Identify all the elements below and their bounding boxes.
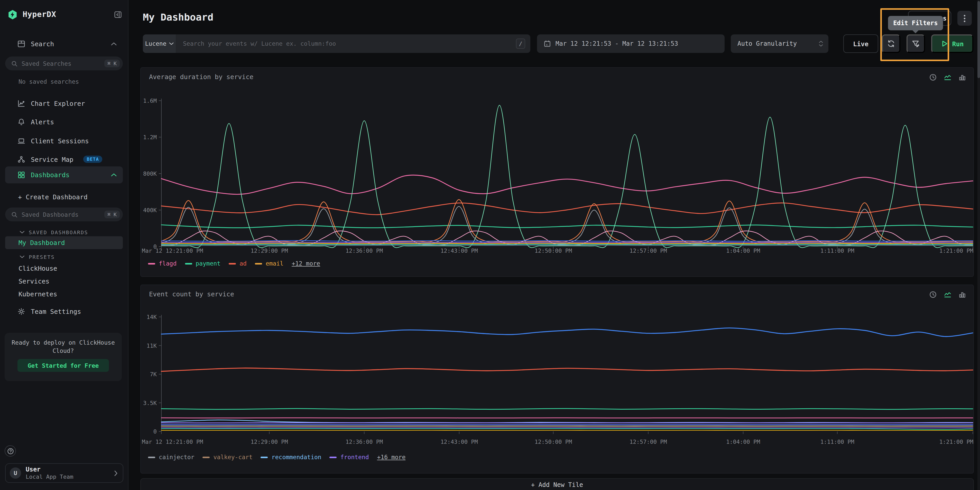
scrollbar[interactable]: [977, 0, 980, 490]
legend-item[interactable]: payment: [185, 260, 220, 267]
app-root: HyperDX Search Saved Searches ⌘ K No sav…: [0, 0, 980, 490]
kbd-shortcut: ⌘ K: [104, 60, 120, 67]
saved-dashboard-item-my-dashboard[interactable]: My Dashboard: [5, 236, 123, 249]
saved-searches-input[interactable]: Saved Searches ⌘ K: [5, 57, 123, 70]
sidebar-item-client-sessions[interactable]: Client Sessions: [5, 133, 123, 148]
page-title: My Dashboard: [143, 11, 213, 22]
bar-chart-icon[interactable]: [958, 73, 966, 81]
chart-explorer-icon: [18, 99, 25, 107]
saved-searches-placeholder: Saved Searches: [22, 60, 72, 67]
series-top-blue: [161, 328, 973, 336]
legend-label: flagd: [159, 260, 177, 267]
line-chart[interactable]: 0400K800K1.2M1.6MMar 12 12:21:00 PM12:29…: [141, 96, 974, 262]
sidebar-item-label: Client Sessions: [31, 137, 89, 144]
slash-kbd: /: [516, 38, 525, 49]
refresh-icon: [887, 40, 895, 48]
sidebar-item-label: Team Settings: [31, 308, 81, 315]
cloud-card-text-line2: Cloud?: [10, 347, 117, 355]
legend-item[interactable]: cainjector: [148, 454, 194, 461]
section-presets[interactable]: PRESETS: [5, 253, 123, 261]
legend-swatch: [148, 263, 155, 264]
y-axis-tick-label: 11K: [146, 343, 157, 349]
legend-swatch: [148, 456, 155, 458]
search-section-icon: [18, 40, 25, 48]
series-flat-slate: [161, 245, 973, 246]
sidebar-item-label: Service Map: [31, 155, 73, 163]
y-axis-tick-label: 0: [153, 428, 157, 435]
legend-label: ad: [239, 260, 247, 267]
legend-item[interactable]: valkey-cart: [203, 454, 253, 461]
hyperdx-logo-icon: [7, 9, 18, 20]
legend-item[interactable]: email: [255, 260, 283, 267]
refresh-button[interactable]: [882, 35, 900, 53]
legend-label: recommendation: [272, 454, 321, 461]
x-axis-tick-label: 1:04:00 PM: [726, 247, 760, 254]
x-axis-tick-label: 12:57:00 PM: [630, 247, 667, 254]
sidebar-item-team-settings[interactable]: Team Settings: [5, 304, 123, 319]
clock-icon[interactable]: [929, 291, 937, 298]
clock-icon[interactable]: [929, 73, 937, 81]
legend-item[interactable]: flagd: [148, 260, 177, 267]
search-icon: [11, 60, 18, 67]
edit-filters-button[interactable]: [907, 35, 925, 53]
line-chart[interactable]: 03.5K7K11K14KMar 12 12:21:00 PM12:29:00 …: [141, 311, 974, 450]
run-button[interactable]: Run: [931, 35, 973, 53]
preset-item-services[interactable]: Services: [5, 275, 123, 287]
legend-item[interactable]: ad: [229, 260, 247, 267]
add-new-tile-button[interactable]: + Add New Tile: [140, 478, 974, 490]
x-axis-tick-label: 12:50:00 PM: [535, 247, 572, 254]
legend-item[interactable]: recommendation: [261, 454, 321, 461]
bar-chart-icon[interactable]: [958, 291, 966, 298]
sidebar-item-alerts[interactable]: Alerts: [5, 114, 123, 129]
cloud-card-text-line1: Ready to deploy on ClickHouse: [10, 338, 117, 347]
scrollbar-thumb[interactable]: [977, 1, 980, 78]
play-icon: [941, 40, 948, 47]
time-range-value: Mar 12 12:21:53 - Mar 12 13:21:53: [555, 40, 678, 47]
get-started-button[interactable]: Get Started for Free: [18, 359, 109, 372]
y-axis-tick-label: 1.2M: [143, 134, 157, 141]
chart-title: Event count by service: [149, 290, 234, 298]
series-flagd: [161, 175, 973, 194]
sidebar-collapse-icon[interactable]: [114, 11, 122, 18]
legend-more-link[interactable]: +12 more: [292, 260, 320, 267]
x-axis-tick-label: 12:57:00 PM: [630, 439, 667, 445]
legend-label: valkey-cart: [213, 454, 253, 461]
query-language-select[interactable]: Lucene: [143, 35, 176, 53]
user-team: Local App Team: [26, 473, 73, 480]
user-menu[interactable]: U User Local App Team: [5, 463, 123, 483]
line-chart-icon[interactable]: [943, 73, 952, 81]
granularity-select[interactable]: Auto Granularity: [731, 35, 829, 53]
legend-item[interactable]: frontend: [330, 454, 369, 461]
saved-dashboards-input[interactable]: Saved Dashboards ⌘ K: [5, 208, 123, 221]
beta-badge: BETA: [83, 155, 102, 163]
create-dashboard-button[interactable]: + Create Dashboard: [5, 190, 123, 203]
search-placeholder: Search your events w/ Lucene ex. column:…: [183, 40, 336, 47]
chevron-up-icon: [111, 173, 117, 177]
section-saved-dashboards[interactable]: SAVED DASHBOARDS: [5, 228, 123, 236]
chevron-right-icon: [114, 470, 118, 476]
clickhouse-cloud-card: Ready to deploy on ClickHouse Cloud? Get…: [5, 333, 122, 381]
x-axis-tick-label: 12:36:00 PM: [345, 247, 383, 254]
line-chart-icon[interactable]: [943, 291, 952, 298]
sidebar-item-dashboards[interactable]: Dashboards: [5, 167, 123, 183]
sidebar-item-service-map[interactable]: Service Map BETA: [5, 152, 123, 167]
y-axis-tick-label: 800K: [143, 171, 157, 177]
x-axis-tick-label: 12:29:00 PM: [251, 247, 288, 254]
events-search-input[interactable]: Search your events w/ Lucene ex. column:…: [176, 35, 530, 53]
live-button[interactable]: Live: [843, 35, 878, 53]
legend-swatch: [330, 456, 337, 458]
gear-icon: [18, 308, 25, 315]
preset-item-clickhouse[interactable]: ClickHouse: [5, 262, 123, 274]
sidebar-item-search[interactable]: Search: [5, 36, 123, 51]
time-range-picker[interactable]: Mar 12 12:21:53 - Mar 12 13:21:53: [537, 35, 725, 53]
y-axis-tick-label: 14K: [146, 314, 157, 320]
legend-label: email: [266, 260, 283, 267]
y-axis-tick-label: 7K: [150, 371, 157, 377]
kebab-menu-button[interactable]: [958, 11, 972, 26]
preset-item-kubernetes[interactable]: Kubernetes: [5, 288, 123, 300]
dashboards-icon: [18, 171, 25, 179]
series-payment: [161, 225, 973, 228]
sidebar-item-chart-explorer[interactable]: Chart Explorer: [5, 95, 123, 111]
help-button[interactable]: [5, 445, 16, 457]
legend-more-link[interactable]: +16 more: [377, 454, 406, 461]
